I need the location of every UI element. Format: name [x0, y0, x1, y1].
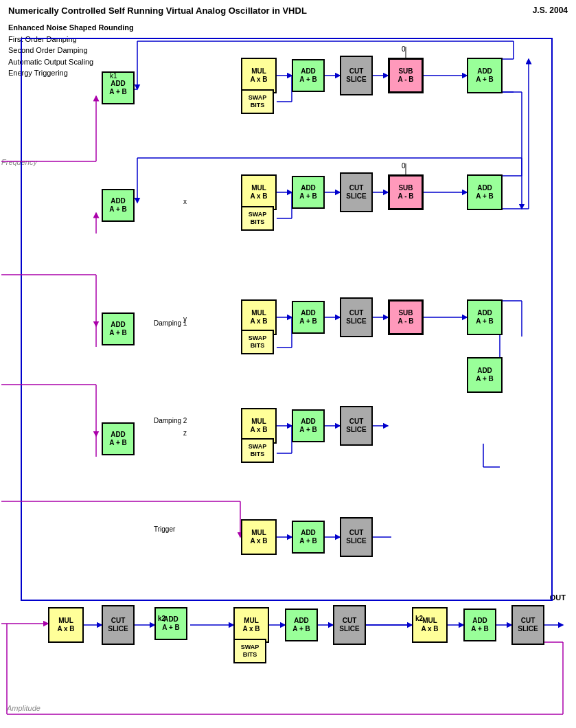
- add-block-amp-mid: ADDA + B: [285, 608, 318, 641]
- add-right-row2: ADDA + B: [467, 174, 503, 210]
- damping2-label: Damping 2: [154, 417, 187, 424]
- mul-block-amp-right: MULA x B: [412, 607, 448, 643]
- mul-block-row1: MULA x B: [241, 58, 277, 93]
- add-right-label-damp1: ADDA + B: [476, 309, 493, 326]
- swap-block-damp1: SWAPBITS: [241, 330, 274, 354]
- add-block-damp1: ADDA + B: [292, 301, 325, 334]
- slice-label-damp2: CUTSLICE: [346, 418, 366, 434]
- zero-label-1: 0: [402, 45, 406, 53]
- mul-label-amp-mid: MULA x B: [242, 617, 260, 633]
- add-label-damp1: ADDA + B: [299, 309, 316, 326]
- add-k1-label: ADDA + B: [109, 80, 126, 96]
- slice-block-row2: CUTSLICE: [340, 172, 373, 212]
- add-right-damp1: ADDA + B: [467, 299, 503, 335]
- sub-label-row1: SUBA - B: [398, 67, 414, 84]
- slice-block-row1: CUTSLICE: [340, 56, 373, 95]
- add-z-label: ADDA + B: [109, 431, 126, 447]
- add-y-block: ADDA + B: [102, 312, 135, 345]
- mul-label-row1: MULA x B: [250, 67, 267, 84]
- author: J.S. 2004: [533, 5, 568, 15]
- add-k2-block: ADDA + B: [154, 607, 187, 640]
- mul-label-row2: MULA x B: [250, 184, 267, 201]
- swap-block-amp: SWAPBITS: [233, 639, 266, 663]
- swap-label-damp2: SWAPBITS: [249, 443, 267, 458]
- damping1-label: Damping 1: [154, 319, 187, 327]
- slice-block-trigger: CUTSLICE: [340, 517, 373, 557]
- slice-label-amp-mid: CUTSLICE: [339, 617, 359, 633]
- swap-label-row2: SWAPBITS: [249, 211, 267, 226]
- mul-label-amp-left: MULA x B: [57, 617, 74, 633]
- k1-label: k1: [110, 72, 117, 80]
- mul-label-damp1: MULA x B: [250, 309, 267, 326]
- add-y-label: ADDA + B: [109, 321, 126, 337]
- mul-block-amp-mid: MULA x B: [233, 607, 269, 643]
- zero-label-2: 0: [402, 162, 406, 170]
- slice-label-amp-right: CUTSLICE: [518, 617, 538, 633]
- slice-block-amp-left: CUTSLICE: [102, 605, 135, 645]
- mul-block-row2: MULA x B: [241, 174, 277, 210]
- mul-block-trigger: MULA x B: [241, 519, 277, 555]
- amplitude-label: Amplitude: [7, 704, 41, 712]
- add-z-block: ADDA + B: [102, 422, 135, 455]
- feature-1: Enhanced Noise Shaped Rounding: [8, 22, 134, 34]
- add-label-trigger: ADDA + B: [299, 529, 316, 545]
- add-label-amp-mid: ADDA + B: [292, 617, 310, 633]
- mul-label-trigger: MULA x B: [250, 529, 267, 545]
- slice-block-amp-mid: CUTSLICE: [333, 605, 366, 645]
- swap-block-row1: SWAPBITS: [241, 89, 274, 114]
- main-title: Numerically Controlled Self Running Virt…: [8, 5, 307, 16]
- add-block-damp2: ADDA + B: [292, 409, 325, 442]
- add-lower-label-damp1: ADDA + B: [476, 367, 493, 383]
- swap-label-damp1: SWAPBITS: [249, 334, 267, 350]
- mul-label-damp2: MULA x B: [250, 418, 267, 434]
- add-x-block: ADDA + B: [102, 189, 135, 222]
- slice-label-row1: CUTSLICE: [346, 67, 366, 84]
- add-block-row2: ADDA + B: [292, 176, 325, 209]
- add-block-amp-right: ADDA + B: [463, 608, 496, 641]
- swap-label-amp: SWAPBITS: [241, 644, 260, 659]
- swap-block-damp2: SWAPBITS: [241, 438, 274, 463]
- add-label-amp-right: ADDA + B: [471, 617, 488, 633]
- add-x-label: ADDA + B: [109, 197, 126, 214]
- add-right-row1: ADDA + B: [467, 58, 503, 93]
- slice-label-amp-left: CUTSLICE: [108, 617, 128, 633]
- add-k1-block: ADDA + B: [102, 71, 135, 104]
- sub-block-row1: SUBA - B: [388, 58, 424, 93]
- sub-block-damp1: SUBA - B: [388, 299, 424, 335]
- k2-right-label: k2: [415, 615, 423, 622]
- swap-block-row2: SWAPBITS: [241, 206, 274, 231]
- sub-label-row2: SUBA - B: [398, 184, 414, 201]
- slice-block-amp-right: CUTSLICE: [511, 605, 544, 645]
- slice-label-damp1: CUTSLICE: [346, 309, 366, 326]
- k2-left-label: k2: [158, 615, 165, 622]
- sub-block-row2: SUBA - B: [388, 174, 424, 210]
- trigger-label: Trigger: [154, 525, 175, 533]
- sub-label-damp1: SUBA - B: [398, 309, 414, 326]
- mul-label-amp-right: MULA x B: [421, 617, 438, 633]
- add-label-damp2: ADDA + B: [299, 418, 316, 434]
- add-right-label-row1: ADDA + B: [476, 67, 493, 84]
- slice-block-damp2: CUTSLICE: [340, 406, 373, 446]
- slice-label-trigger: CUTSLICE: [346, 529, 366, 545]
- add-block-row1: ADDA + B: [292, 59, 325, 92]
- mul-block-amp-left: MULA x B: [48, 607, 84, 643]
- slice-label-row2: CUTSLICE: [346, 184, 366, 201]
- swap-label-row1: SWAPBITS: [249, 94, 267, 109]
- slice-block-damp1: CUTSLICE: [340, 297, 373, 337]
- title-area: Numerically Controlled Self Running Virt…: [8, 5, 568, 16]
- add-lower-damp1: ADDA + B: [467, 357, 503, 393]
- z-label: z: [183, 429, 187, 437]
- add-label-row2: ADDA + B: [299, 184, 316, 201]
- x-label: x: [183, 198, 187, 205]
- add-label-row1: ADDA + B: [299, 67, 316, 84]
- add-right-label-row2: ADDA + B: [476, 184, 493, 201]
- add-block-trigger: ADDA + B: [292, 521, 325, 554]
